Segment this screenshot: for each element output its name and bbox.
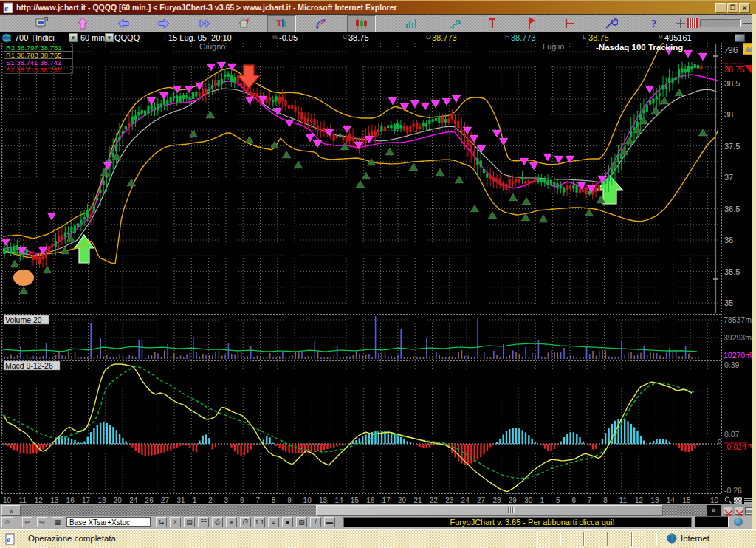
svg-text:-0.024: -0.024 [724, 442, 746, 451]
svg-text:8: 8 [603, 496, 608, 504]
svg-text:9: 9 [287, 496, 292, 504]
svg-text:30: 30 [524, 496, 533, 504]
svg-text:8: 8 [272, 496, 276, 504]
svg-text:S2 38.713 38.735: S2 38.713 38.735 [6, 66, 61, 74]
svg-text:22: 22 [430, 496, 439, 504]
svg-text:27: 27 [161, 496, 170, 504]
svg-text:e: e [7, 535, 10, 544]
svg-text:14: 14 [667, 496, 676, 504]
svg-text:13: 13 [319, 496, 328, 504]
svg-text:24: 24 [461, 496, 470, 504]
svg-text:29: 29 [509, 496, 518, 504]
svg-text:1: 1 [540, 496, 545, 504]
svg-text:e: e [4, 3, 9, 13]
svg-text:Macd 9-12-26: Macd 9-12-26 [5, 361, 53, 370]
svg-text:2: 2 [208, 496, 213, 504]
svg-text:20: 20 [398, 496, 407, 504]
svg-text:23: 23 [445, 496, 454, 504]
svg-text:13: 13 [50, 496, 59, 504]
svg-text:15: 15 [682, 496, 691, 504]
svg-text:16: 16 [66, 496, 75, 504]
svg-text:36.5: 36.5 [724, 205, 740, 213]
svg-text:11: 11 [18, 496, 27, 504]
svg-text:35.5: 35.5 [724, 267, 740, 276]
svg-text:27: 27 [477, 496, 486, 504]
svg-text:0.07: 0.07 [724, 430, 740, 439]
svg-text:11: 11 [619, 496, 628, 504]
svg-text:35: 35 [724, 298, 733, 307]
svg-text:Giugno: Giugno [199, 43, 225, 51]
svg-text:Volume 20: Volume 20 [5, 315, 42, 324]
svg-text:3: 3 [224, 496, 229, 504]
svg-text:5: 5 [556, 496, 560, 504]
svg-text:10: 10 [710, 496, 719, 504]
svg-text:78537m: 78537m [724, 315, 752, 324]
svg-text:15: 15 [351, 496, 360, 504]
svg-text:-0.26: -0.26 [724, 486, 742, 495]
svg-text:12: 12 [635, 496, 644, 504]
svg-text:37: 37 [724, 173, 733, 182]
svg-text:24: 24 [129, 496, 138, 504]
svg-text:18: 18 [97, 496, 106, 504]
svg-text:38.75: 38.75 [724, 65, 745, 74]
svg-text:T: T [276, 18, 282, 28]
svg-text:14: 14 [334, 496, 343, 504]
svg-text:16: 16 [366, 496, 375, 504]
svg-text:6: 6 [240, 496, 244, 504]
svg-text:17: 17 [82, 496, 91, 504]
svg-text:28: 28 [492, 496, 501, 504]
svg-text:37.5: 37.5 [724, 142, 740, 151]
svg-text:21: 21 [413, 496, 422, 504]
svg-text:39293m: 39293m [724, 333, 752, 342]
svg-text:?: ? [651, 18, 657, 30]
svg-text:7: 7 [255, 496, 260, 504]
svg-text:Luglio: Luglio [543, 43, 564, 51]
svg-text:26: 26 [145, 496, 154, 504]
svg-text:6: 6 [571, 496, 576, 504]
svg-text:0: 0 [718, 438, 721, 445]
svg-text:38.5: 38.5 [724, 79, 740, 88]
svg-text:10270m: 10270m [724, 351, 752, 360]
svg-text:0.39: 0.39 [724, 360, 740, 369]
svg-text:38: 38 [724, 110, 733, 119]
svg-text:12: 12 [35, 496, 44, 504]
svg-text:36: 36 [724, 236, 733, 244]
svg-text:∕96: ∕96 [724, 45, 738, 55]
svg-text:1: 1 [193, 496, 197, 504]
svg-text:10: 10 [303, 496, 312, 504]
svg-text:17: 17 [382, 496, 391, 504]
svg-text:13: 13 [650, 496, 659, 504]
svg-text:-Nasdaq 100 Tracking: -Nasdaq 100 Tracking [596, 43, 683, 52]
svg-text:10: 10 [3, 496, 12, 504]
svg-text:7: 7 [588, 496, 592, 504]
svg-text:20: 20 [114, 496, 123, 504]
svg-text:31: 31 [176, 496, 185, 504]
